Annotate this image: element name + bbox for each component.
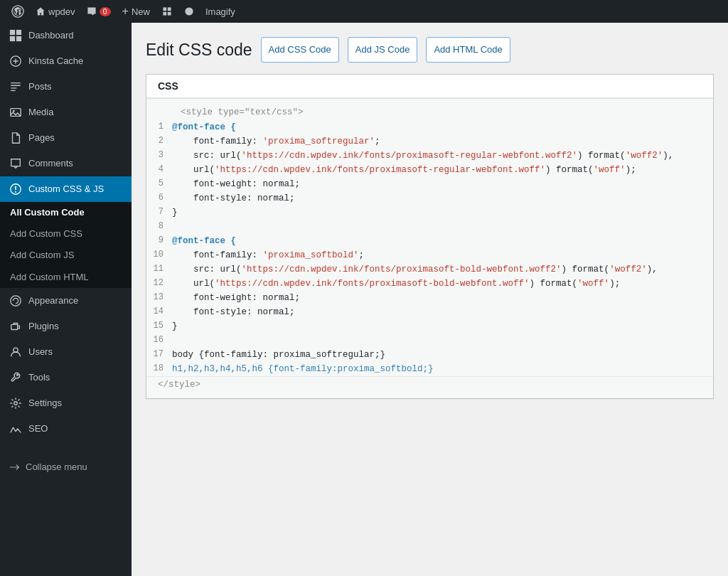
sidebar-item-posts[interactable]: Posts (0, 74, 132, 100)
plugin-icon (161, 6, 173, 17)
sidebar-item-settings[interactable]: Settings (0, 390, 132, 416)
code-line: 6 font-style: normal; (146, 191, 713, 206)
all-custom-code-label: All Custom Code (10, 206, 85, 219)
sidebar-item-tools[interactable]: Tools (0, 365, 132, 390)
code-section: CSS <style type="text/css"> 1@font-face … (146, 74, 714, 399)
submenu-add-custom-css[interactable]: Add Custom CSS (0, 223, 132, 245)
line-number: 12 (146, 277, 172, 290)
code-line: 8 (146, 220, 713, 234)
settings-icon (9, 396, 23, 410)
svg-rect-2 (168, 7, 171, 11)
sidebar-item-plugins[interactable]: Plugins (0, 314, 132, 339)
line-content: font-weight: normal; (172, 291, 713, 305)
comments-button[interactable]: 0 (81, 0, 117, 23)
line-number: 17 (146, 348, 172, 361)
code-line: 4 url('https://cdn.wpdev.ink/fonts/proxi… (146, 163, 713, 177)
site-name-label: wpdev (48, 6, 75, 17)
line-number: 15 (146, 319, 172, 333)
custom-css-js-icon (9, 182, 23, 196)
admin-bar: wpdev 0 + New Imagify (0, 0, 728, 23)
sidebar-item-seo-label: SEO (28, 422, 48, 435)
submenu-all-custom-code[interactable]: All Custom Code (0, 202, 132, 223)
code-editor[interactable]: <style type="text/css"> 1@font-face {2 f… (146, 98, 713, 398)
sidebar-item-users-label: Users (28, 346, 53, 358)
imagify-label: Imagify (205, 6, 235, 17)
sidebar-item-appearance[interactable]: Appearance (0, 288, 132, 314)
media-icon (9, 105, 23, 119)
tools-icon (9, 370, 23, 385)
line-number: 16 (146, 334, 172, 347)
line-content: @font-face { (172, 234, 713, 248)
line-number: 18 (146, 362, 172, 375)
line-content: } (172, 206, 713, 220)
sidebar-item-dashboard[interactable]: Dashboard (0, 23, 132, 48)
line-number: 4 (146, 163, 172, 176)
sidebar-item-seo[interactable]: SEO (0, 416, 132, 442)
line-number: 5 (146, 177, 172, 191)
code-line: 1@font-face { (146, 120, 713, 134)
sidebar-item-comments[interactable]: Comments (0, 151, 132, 176)
line-content: } (172, 319, 713, 334)
sidebar-item-media[interactable]: Media (0, 100, 132, 125)
users-icon (9, 345, 23, 359)
submenu-add-custom-html[interactable]: Add Custom HTML (0, 267, 132, 288)
comments-sidebar-icon (9, 156, 23, 171)
code-line: 3 src: url('https://cdn.wpdev.ink/fonts/… (146, 149, 713, 163)
circle-icon (184, 6, 194, 16)
line-content (172, 334, 713, 348)
line-content: body {font-family: proxima_softregular;} (172, 348, 713, 362)
code-line: 12 url('https://cdn.wpdev.ink/fonts/prox… (146, 277, 713, 291)
add-js-code-button[interactable]: Add JS Code (348, 37, 418, 63)
dashboard-icon (9, 28, 23, 43)
submenu-add-custom-js[interactable]: Add Custom JS (0, 245, 132, 266)
line-number: 2 (146, 134, 172, 148)
line-content: src: url('https://cdn.wpdev.ink/fonts/pr… (172, 149, 713, 163)
site-name-button[interactable]: wpdev (30, 0, 81, 23)
svg-rect-3 (163, 12, 166, 16)
line-content: url('https://cdn.wpdev.ink/fonts/proxima… (172, 163, 713, 177)
main-layout: Dashboard Kinsta Cache Posts Media Pages (0, 23, 728, 576)
wp-logo-button[interactable] (6, 0, 30, 23)
sidebar-item-users[interactable]: Users (0, 339, 132, 365)
line-number: 7 (146, 206, 172, 219)
line-content: font-style: normal; (172, 191, 713, 206)
collapse-menu-button[interactable]: Collapse menu (0, 456, 132, 479)
code-line: 16 (146, 334, 713, 348)
add-custom-js-label: Add Custom JS (10, 249, 74, 262)
sidebar-item-pages-label: Pages (28, 132, 55, 144)
code-line: 17body {font-family: proxima_softregular… (146, 348, 713, 362)
sidebar-item-kinsta-label: Kinsta Cache (28, 55, 83, 68)
svg-rect-1 (163, 7, 166, 11)
plugin-icon-button[interactable] (156, 0, 178, 23)
add-html-code-button[interactable]: Add HTML Code (426, 37, 510, 63)
sidebar-item-custom-css-js[interactable]: Custom CSS & JS (0, 176, 132, 202)
svg-rect-7 (16, 30, 21, 35)
svg-rect-8 (10, 36, 15, 41)
code-line: 18h1,h2,h3,h4,h5,h6 {font-family:proxima… (146, 362, 713, 376)
code-line: 14 font-style: normal; (146, 305, 713, 319)
line-content: src: url('https://cdn.wpdev.ink/fonts/pr… (172, 262, 713, 277)
line-content: @font-face { (172, 120, 713, 134)
imagify-button[interactable]: Imagify (200, 0, 241, 23)
new-button[interactable]: + New (117, 0, 156, 23)
line-content: font-weight: normal; (172, 177, 713, 191)
circle-button[interactable] (178, 0, 200, 23)
sidebar-item-kinsta-cache[interactable]: Kinsta Cache (0, 48, 132, 74)
page-header: Edit CSS code Add CSS Code Add JS Code A… (146, 37, 714, 63)
code-open-comment: <style type="text/css"> (146, 105, 713, 120)
wp-icon (11, 5, 24, 18)
line-number: 6 (146, 191, 172, 205)
add-css-code-button[interactable]: Add CSS Code (261, 37, 339, 63)
page-title: Edit CSS code (146, 41, 252, 60)
pages-icon (9, 131, 23, 145)
posts-icon (9, 80, 23, 94)
sidebar-item-settings-label: Settings (28, 397, 62, 410)
sidebar-item-pages[interactable]: Pages (0, 125, 132, 151)
seo-icon (9, 422, 23, 436)
comment-count: 0 (100, 7, 111, 16)
code-line: 9@font-face { (146, 234, 713, 248)
line-number: 9 (146, 234, 172, 247)
line-number: 14 (146, 305, 172, 319)
sidebar-item-media-label: Media (28, 106, 53, 119)
code-section-title: CSS (146, 75, 713, 98)
